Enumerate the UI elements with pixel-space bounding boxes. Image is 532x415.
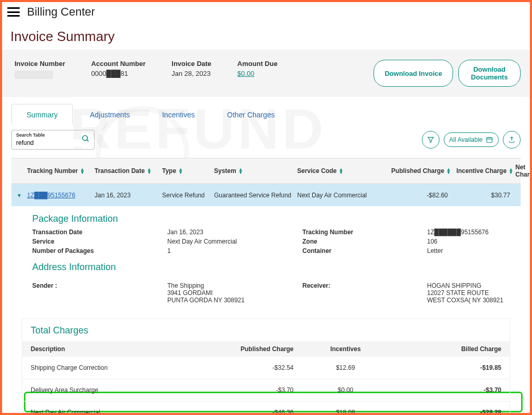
pkg-service: Next Day Air Commercial xyxy=(167,238,302,245)
tab-incentives[interactable]: Incentives xyxy=(147,104,210,125)
expand-row-icon[interactable]: ▾ xyxy=(11,192,27,199)
pkg-tracking-label: Tracking Number xyxy=(302,229,427,236)
sort-icon[interactable]: ▲▼ xyxy=(80,168,85,174)
app-title: Billing Center xyxy=(27,5,95,19)
package-info-title: Package Information xyxy=(11,206,521,229)
sort-icon[interactable]: ▲▼ xyxy=(178,168,183,174)
th-net[interactable]: Net Charge xyxy=(515,164,532,178)
amount-due-label: Amount Due xyxy=(237,60,277,68)
sort-icon[interactable]: ▲▼ xyxy=(339,168,343,174)
search-input[interactable] xyxy=(16,139,82,146)
pkg-zone: 106 xyxy=(427,238,531,245)
all-available-label: All Available xyxy=(449,136,483,143)
td-service-code: Next Day Air Commercial xyxy=(297,192,385,199)
charges-th-incentives: Incentives xyxy=(294,345,397,353)
svg-rect-2 xyxy=(487,138,493,142)
td-type: Service Refund xyxy=(162,192,214,199)
invoice-number-label: Invoice Number xyxy=(15,60,65,68)
charge-incentives: $12.69 xyxy=(294,364,397,371)
pkg-service-label: Service xyxy=(32,238,167,245)
charge-published: -$32.54 xyxy=(190,364,294,371)
charge-billed: -$19.85 xyxy=(397,364,501,371)
charge-row: Delivery Area Surcharge-$3.70$0.00-$3.70 xyxy=(22,379,510,401)
th-txn-date[interactable]: Transaction Date xyxy=(95,167,145,175)
td-net: -$51.83 xyxy=(515,192,532,199)
download-invoice-button[interactable]: Download Invoice xyxy=(374,60,453,87)
search-icon[interactable] xyxy=(82,135,90,145)
charge-desc: Next Day Air Commercial xyxy=(31,409,190,415)
charges-th-billed: Billed Charge xyxy=(397,345,501,353)
th-system[interactable]: System xyxy=(214,167,236,175)
tab-adjustments[interactable]: Adjustments xyxy=(75,104,145,125)
td-published: -$82.60 xyxy=(385,192,453,199)
account-number-label: Account Number xyxy=(91,60,146,68)
td-incentive: $30.77 xyxy=(453,192,515,199)
td-system: Guaranteed Service Refund xyxy=(214,192,297,199)
pkg-container: Letter xyxy=(427,247,531,255)
tab-summary[interactable]: Summary xyxy=(11,104,73,125)
charge-desc: Shipping Charge Correction xyxy=(31,364,190,371)
charge-billed: -$28.28 xyxy=(397,409,501,415)
charges-th-published: Published Charge xyxy=(190,345,294,353)
sort-icon[interactable]: ▲▼ xyxy=(147,168,152,174)
sender-block: The Shipping 3941 GORDAMI PUNTA GORDA NY… xyxy=(167,282,302,304)
sender-label: Sender : xyxy=(32,282,167,289)
download-documents-button[interactable]: Download Documents xyxy=(458,60,521,87)
th-service-code[interactable]: Service Code xyxy=(297,167,337,175)
search-box[interactable]: Search Table xyxy=(11,130,95,150)
pkg-container-label: Container xyxy=(302,247,427,255)
charge-billed: -$3.70 xyxy=(397,386,501,394)
pkg-numpkg: 1 xyxy=(167,247,302,255)
svg-point-0 xyxy=(83,136,87,140)
total-charges-title: Total Charges xyxy=(22,319,510,341)
account-number-value: 0000███81 xyxy=(91,70,146,77)
table-row: ▾ 1Z███95155676 Jan 16, 2023 Service Ref… xyxy=(11,184,521,206)
search-label: Search Table xyxy=(16,132,82,138)
export-button[interactable] xyxy=(503,131,521,149)
pkg-numpkg-label: Number of Packages xyxy=(32,247,167,255)
pkg-txn-date: Jan 16, 2023 xyxy=(167,229,302,236)
receiver-block: HOGAN SHIPPING 12027 STATE ROUTE WEST CO… xyxy=(427,282,531,304)
charges-th-desc: Description xyxy=(31,345,190,353)
th-tracking[interactable]: Tracking Number xyxy=(27,167,78,175)
pkg-zone-label: Zone xyxy=(302,238,427,245)
invoice-date-label: Invoice Date xyxy=(171,60,211,68)
th-published[interactable]: Published Charge xyxy=(391,167,444,175)
menu-icon[interactable] xyxy=(7,7,20,17)
tab-other-charges[interactable]: Other Charges xyxy=(212,104,290,125)
th-type[interactable]: Type xyxy=(162,167,176,175)
svg-line-1 xyxy=(87,140,88,141)
charge-desc: Delivery Area Surcharge xyxy=(31,386,190,394)
charge-row: Next Day Air Commercial-$46.36$18.08-$28… xyxy=(22,401,510,415)
amount-due-link[interactable]: $0.00 xyxy=(237,70,277,77)
invoice-date-value: Jan 28, 2023 xyxy=(171,70,211,77)
charge-published: -$3.70 xyxy=(190,386,294,394)
th-incentive[interactable]: Incentive Charge xyxy=(456,167,507,175)
sort-icon[interactable]: ▲▼ xyxy=(446,168,451,174)
td-txn-date: Jan 16, 2023 xyxy=(95,192,162,199)
sort-icon[interactable]: ▲▼ xyxy=(509,168,513,174)
sort-icon[interactable]: ▲▼ xyxy=(238,168,243,174)
address-info-title: Address Information xyxy=(11,255,521,277)
charge-row: Shipping Charge Correction-$32.54$12.69-… xyxy=(22,357,510,379)
pkg-txn-date-label: Transaction Date xyxy=(32,229,167,236)
charge-published: -$46.36 xyxy=(190,409,294,415)
charge-incentives: $0.00 xyxy=(294,386,397,394)
filter-button[interactable] xyxy=(422,131,440,149)
page-title: Invoice Summary xyxy=(2,22,530,50)
pkg-tracking: 1Z██████95155676 xyxy=(427,229,531,236)
all-available-button[interactable]: All Available xyxy=(444,132,499,147)
calendar-icon xyxy=(486,136,493,143)
charge-incentives: $18.08 xyxy=(294,409,397,415)
receiver-label: Receiver: xyxy=(302,282,427,289)
invoice-number-value: ████████ xyxy=(15,71,53,78)
tracking-link[interactable]: 1Z███95155676 xyxy=(27,192,75,199)
